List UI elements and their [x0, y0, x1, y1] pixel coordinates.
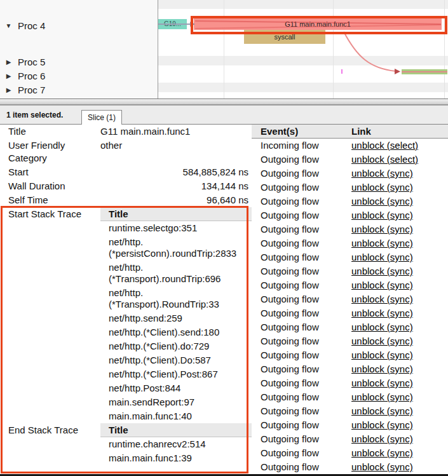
unblock-link[interactable]: unblock (sync) [351, 391, 413, 402]
proc-row[interactable]: ▶ Proc 7 [5, 83, 45, 97]
unblock-link[interactable]: unblock (sync) [351, 280, 413, 290]
event-type: Outgoing flow [252, 292, 351, 306]
events-column-header: Event(s) [252, 125, 351, 138]
event-row: Outgoing flow unblock (sync) [252, 320, 448, 334]
unblock-link[interactable]: unblock (sync) [351, 461, 413, 472]
unblock-link[interactable]: unblock (sync) [351, 224, 413, 235]
unblock-link[interactable]: unblock (sync) [351, 182, 413, 193]
field-value: 134,144 ns [100, 180, 252, 193]
unblock-link[interactable]: unblock (select) [351, 140, 418, 151]
slice-g11-selected[interactable]: G11 main.main.func1 [194, 18, 442, 30]
event-type: Outgoing flow [252, 334, 351, 348]
field-row: Title G11 main.main.func1 [8, 125, 252, 139]
proc-row[interactable]: ▶ Proc 6 [5, 69, 45, 83]
proc-label: Proc 5 [18, 57, 45, 67]
field-label: Wall Duration [8, 180, 100, 193]
unblock-link[interactable]: unblock (sync) [351, 336, 413, 346]
proc5-track-band [158, 56, 448, 65]
expand-triangle-icon[interactable]: ▼ [5, 22, 12, 29]
event-row: Outgoing flow unblock (sync) [252, 306, 448, 320]
event-row: Outgoing flow unblock (sync) [252, 376, 448, 390]
time-gridline [444, 0, 445, 99]
event-type: Outgoing flow [252, 180, 351, 194]
unblock-link[interactable]: unblock (sync) [351, 252, 413, 262]
event-row: Outgoing flow unblock (sync) [252, 446, 448, 460]
event-type: Outgoing flow [252, 418, 351, 432]
event-type: Outgoing flow [252, 278, 351, 292]
selection-statusbar: 1 item selected. Slice (1) [0, 105, 448, 125]
event-row: Outgoing flow unblock (sync) [252, 334, 448, 348]
end-stack-trace-section: End Stack Trace Title runtime.chanrecv2:… [8, 423, 252, 465]
slice-g19[interactable]: G19... [158, 19, 187, 29]
expand-triangle-icon[interactable]: ▶ [5, 72, 12, 79]
event-row: Outgoing flow unblock (sync) [252, 362, 448, 376]
stack-frame: net/http. (*persistConn).roundTrip:2833 [100, 235, 252, 261]
time-gridline [224, 0, 224, 99]
panel-splitter[interactable] [0, 99, 448, 105]
events-table-header: Event(s) Link [252, 125, 448, 139]
proc-row[interactable]: ▼ Proc 4 [5, 18, 45, 32]
unblock-link[interactable]: unblock (sync) [351, 364, 413, 374]
unblock-link[interactable]: unblock (sync) [351, 350, 413, 360]
event-row: Outgoing flow unblock (sync) [252, 194, 448, 208]
expand-triangle-icon[interactable]: ▶ [5, 58, 12, 65]
unblock-link[interactable]: unblock (sync) [351, 168, 413, 179]
field-label: User Friendly Category [8, 139, 100, 165]
event-row: Incoming flow unblock (select) [252, 139, 448, 153]
unblock-link[interactable]: unblock (sync) [351, 447, 413, 458]
event-row: Outgoing flow unblock (sync) [252, 236, 448, 250]
event-type: Outgoing flow [252, 404, 351, 418]
event-row: Outgoing flow unblock (sync) [252, 264, 448, 278]
unblock-link[interactable]: unblock (sync) [351, 196, 413, 207]
event-row: Outgoing flow unblock (sync) [252, 180, 448, 194]
event-type: Outgoing flow [252, 390, 351, 404]
field-label: Title [8, 125, 100, 138]
tab-slice[interactable]: Slice (1) [81, 110, 122, 125]
unblock-link[interactable]: unblock (sync) [351, 377, 413, 388]
stack-frame: net/http.Post:844 [100, 381, 252, 395]
unblock-link[interactable]: unblock (sync) [351, 308, 413, 318]
event-row: Outgoing flow unblock (select) [252, 153, 448, 167]
unblock-link[interactable]: unblock (sync) [351, 419, 413, 430]
unblock-link[interactable]: unblock (sync) [351, 210, 413, 221]
event-type: Outgoing flow [252, 348, 351, 362]
expand-triangle-icon[interactable]: ▶ [5, 86, 12, 93]
proc-label: Proc 6 [18, 71, 45, 81]
stack-frame: net/http. (*Transport).RoundTrip:33 [100, 286, 252, 311]
event-type: Outgoing flow [252, 250, 351, 264]
unblock-link[interactable]: unblock (select) [351, 154, 418, 165]
flow-event-tick [341, 69, 343, 74]
end-stack-trace-table: Title runtime.chanrecv2:514 main.main.fu… [100, 423, 252, 465]
event-row: Outgoing flow unblock (sync) [252, 390, 448, 404]
field-label: Start [8, 166, 100, 179]
timeline-canvas[interactable]: G19... G11 main.main.func1 syscall [158, 0, 448, 99]
event-type: Outgoing flow [252, 376, 351, 390]
event-type: Outgoing flow [252, 362, 351, 376]
stack-table-header: Title [100, 207, 252, 221]
event-row: Outgoing flow unblock (sync) [252, 404, 448, 418]
field-row: User Friendly Category other [8, 139, 252, 165]
event-row: Outgoing flow unblock (sync) [252, 418, 448, 432]
field-value: 584,885,824 ns [100, 166, 252, 179]
proc-panel: ▼ Proc 4 ▶ Proc 5 ▶ Proc 6 ▶ Proc 7 [0, 0, 158, 99]
field-value: G11 main.main.func1 [100, 125, 252, 138]
unblock-link[interactable]: unblock (sync) [351, 266, 413, 276]
event-row: Outgoing flow unblock (sync) [252, 208, 448, 222]
unblock-link[interactable]: unblock (sync) [351, 238, 413, 248]
unblock-link[interactable]: unblock (sync) [351, 322, 413, 332]
slice-unblocked-goroutine[interactable] [402, 69, 447, 74]
slice-syscall[interactable]: syscall [244, 30, 325, 44]
event-row: Outgoing flow unblock (sync) [252, 278, 448, 292]
field-value: 96,640 ns [100, 194, 252, 207]
event-row: Outgoing flow unblock (sync) [252, 250, 448, 264]
slice-details: Title G11 main.main.func1 User Friendly … [0, 125, 252, 474]
time-gridline [333, 0, 334, 99]
event-type: Outgoing flow [252, 167, 351, 180]
field-label: Self Time [8, 194, 100, 207]
unblock-link[interactable]: unblock (sync) [351, 294, 413, 304]
unblock-link[interactable]: unblock (sync) [351, 405, 413, 416]
stack-frame: net/http.(*Client).Post:867 [100, 367, 252, 381]
start-stack-trace-section: Start Stack Trace Title runtime.selectgo… [8, 207, 252, 423]
proc-row[interactable]: ▶ Proc 5 [5, 55, 45, 69]
unblock-link[interactable]: unblock (sync) [351, 433, 413, 444]
